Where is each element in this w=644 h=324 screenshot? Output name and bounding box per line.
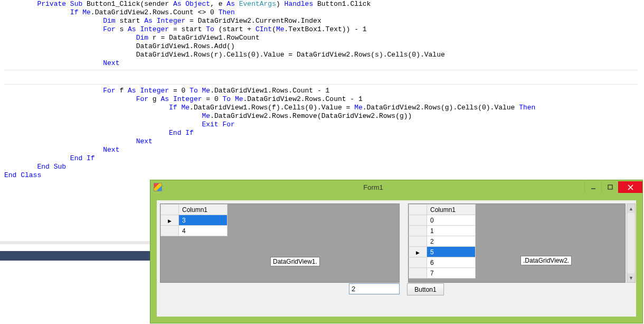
code-line[interactable]: Next bbox=[4, 146, 638, 154]
code-line[interactable]: End Sub bbox=[4, 163, 638, 171]
dgv2-cell[interactable]: 7 bbox=[427, 268, 476, 279]
table-row[interactable]: 1 bbox=[409, 226, 476, 236]
dgv2-cell[interactable]: 1 bbox=[427, 226, 476, 236]
code-line[interactable]: Dim r = DataGridView1.RowCount bbox=[4, 34, 638, 42]
dgv2-label: .DataGridView2. bbox=[520, 256, 572, 265]
code-line[interactable]: If Me.DataGridView2.Rows.Count <> 0 Then bbox=[4, 8, 638, 17]
table-row[interactable]: 0 bbox=[409, 215, 476, 226]
dgv2-row-header[interactable] bbox=[409, 236, 427, 247]
code-line[interactable]: End If bbox=[4, 154, 638, 163]
dgv1-label: DataGridView1. bbox=[270, 257, 320, 266]
dgv2-row-header[interactable] bbox=[409, 247, 427, 257]
code-line[interactable]: Exit For bbox=[4, 121, 638, 129]
table-row[interactable]: 7 bbox=[409, 268, 476, 279]
code-line[interactable]: End If bbox=[4, 129, 638, 137]
datagridview2[interactable]: Column1 012567 .DataGridView2. bbox=[408, 203, 626, 283]
datagridview1[interactable]: Column1 34 DataGridView1. bbox=[160, 203, 400, 283]
code-line[interactable]: For f As Integer = 0 To Me.DataGridView1… bbox=[4, 87, 638, 95]
dgv1-corner[interactable] bbox=[161, 205, 179, 215]
code-line[interactable]: Next bbox=[4, 59, 638, 68]
scroll-down-icon[interactable]: ▼ bbox=[627, 273, 635, 282]
window-title: Form1 bbox=[162, 183, 584, 191]
editor-status-bar bbox=[0, 251, 150, 261]
dgv1-row-header[interactable] bbox=[161, 226, 179, 236]
table-row[interactable]: 5 bbox=[409, 247, 476, 257]
dgv2-row-header[interactable] bbox=[409, 226, 427, 236]
code-line[interactable]: For s As Integer = start To (start + CIn… bbox=[4, 25, 638, 34]
code-line[interactable]: DataGridView1.Rows.Add() bbox=[4, 42, 638, 51]
dgv2-cell[interactable]: 2 bbox=[427, 236, 476, 247]
table-row[interactable]: 2 bbox=[409, 236, 476, 247]
code-editor[interactable]: Private Sub Button1_Click(sender As Obje… bbox=[4, 0, 638, 180]
dgv1-cell[interactable]: 4 bbox=[179, 226, 228, 236]
scroll-up-icon[interactable]: ▲ bbox=[627, 204, 635, 213]
svg-rect-1 bbox=[608, 185, 612, 189]
close-button[interactable] bbox=[618, 181, 642, 193]
dgv2-row-header[interactable] bbox=[409, 268, 427, 279]
titlebar[interactable]: Form1 bbox=[150, 180, 642, 194]
code-line[interactable]: End Class bbox=[4, 171, 638, 180]
dgv2-scrollbar[interactable]: ▲ ▼ bbox=[627, 203, 636, 283]
minimize-button[interactable] bbox=[584, 181, 601, 193]
dgv2-row-header[interactable] bbox=[409, 215, 427, 226]
dgv1-row-header[interactable] bbox=[161, 215, 179, 226]
app-icon bbox=[154, 183, 162, 191]
code-line[interactable]: DataGridView1.Rows(r).Cells(0).Value = D… bbox=[4, 51, 638, 59]
code-line[interactable]: Me.DataGridView2.Rows.Remove(DataGridVie… bbox=[4, 112, 638, 121]
dgv2-header-col1[interactable]: Column1 bbox=[427, 205, 476, 215]
code-line[interactable]: Private Sub Button1_Click(sender As Obje… bbox=[4, 0, 638, 8]
form1-window: Form1 Column1 34 DataGridView1. bbox=[150, 180, 643, 323]
dgv2-corner[interactable] bbox=[409, 205, 427, 215]
dgv2-cell[interactable]: 0 bbox=[427, 215, 476, 226]
dgv2-cell[interactable]: 5 bbox=[427, 247, 476, 257]
button1[interactable]: Button1 bbox=[407, 283, 444, 295]
code-line[interactable]: If Me.DataGridView1.Rows(f).Cells(0).Val… bbox=[4, 104, 638, 112]
table-row[interactable]: 6 bbox=[409, 257, 476, 268]
table-row[interactable]: 4 bbox=[161, 226, 228, 236]
maximize-button[interactable] bbox=[601, 181, 618, 193]
form-body: Column1 34 DataGridView1. Column1 012567… bbox=[157, 200, 636, 317]
dgv1-header-col1[interactable]: Column1 bbox=[179, 205, 228, 215]
editor-divider bbox=[0, 241, 150, 244]
table-row[interactable]: 3 bbox=[161, 215, 228, 226]
code-line[interactable]: For g As Integer = 0 To Me.DataGridView2… bbox=[4, 95, 638, 104]
dgv2-cell[interactable]: 6 bbox=[427, 257, 476, 268]
code-line[interactable]: Next bbox=[4, 137, 638, 146]
textbox1[interactable] bbox=[349, 283, 400, 294]
dgv2-row-header[interactable] bbox=[409, 257, 427, 268]
code-line[interactable]: Dim start As Integer = DataGridView2.Cur… bbox=[4, 17, 638, 25]
dgv1-cell[interactable]: 3 bbox=[179, 215, 228, 226]
